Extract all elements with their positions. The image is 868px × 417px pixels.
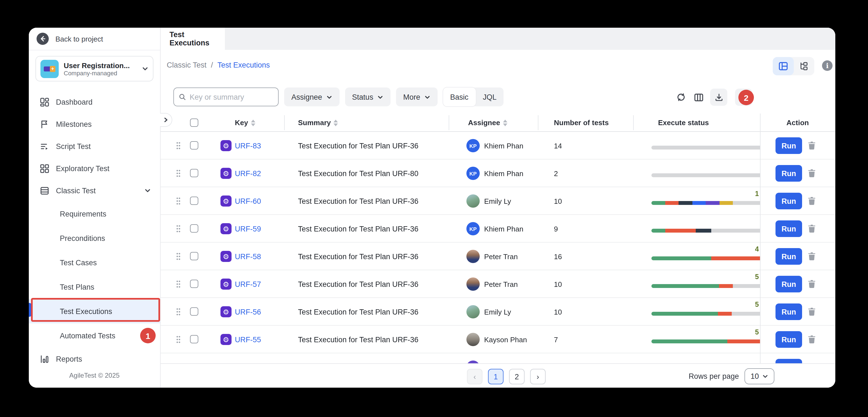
issue-key-link[interactable]: URF-56	[235, 298, 261, 326]
sidebar-item-preconditions[interactable]: Preconditions	[29, 226, 160, 250]
issue-key-link[interactable]: URF-55	[235, 326, 261, 353]
mode-basic[interactable]: Basic	[443, 88, 475, 106]
run-button[interactable]: Run	[775, 359, 802, 363]
column-header-number-of-tests[interactable]: Number of tests	[554, 114, 609, 132]
trash-icon[interactable]	[808, 141, 816, 152]
trash-icon[interactable]	[808, 307, 816, 318]
status-filter-button[interactable]: Status	[345, 88, 391, 106]
pagination-page-2[interactable]: 2	[509, 369, 525, 384]
column-header-assignee[interactable]: Assignee	[468, 114, 507, 132]
breadcrumb-current[interactable]: Test Executions	[217, 61, 270, 69]
drag-handle-icon[interactable]	[176, 169, 181, 177]
script-test-icon	[40, 141, 49, 151]
sidebar-item-automated-tests[interactable]: Automated Tests 1	[29, 323, 160, 348]
more-filter-button[interactable]: More	[396, 88, 438, 106]
issue-key-link[interactable]: URF-82	[235, 159, 261, 187]
run-button[interactable]: Run	[775, 137, 802, 154]
drag-handle-icon[interactable]	[176, 335, 181, 343]
list-view-button[interactable]	[773, 57, 794, 75]
run-button[interactable]: Run	[775, 193, 802, 209]
execute-status-count: 1	[755, 190, 759, 198]
row-checkbox[interactable]	[190, 224, 198, 233]
layout-icon	[779, 62, 788, 70]
drag-handle-icon[interactable]	[176, 225, 181, 233]
sidebar-item-milestones[interactable]: Milestones	[29, 113, 160, 135]
row-checkbox[interactable]	[190, 280, 198, 288]
select-all-checkbox[interactable]	[190, 119, 198, 127]
mode-jql[interactable]: JQL	[475, 88, 504, 106]
columns-button[interactable]	[690, 89, 707, 106]
column-header-summary[interactable]: Summary	[298, 114, 338, 132]
row-checkbox[interactable]	[190, 307, 198, 316]
trash-icon[interactable]	[808, 280, 816, 291]
number-of-tests: 10	[554, 187, 562, 215]
run-button[interactable]: Run	[775, 331, 802, 348]
sidebar-item-test-executions[interactable]: Test Executions	[29, 299, 160, 323]
info-icon[interactable]: i	[822, 60, 833, 71]
sidebar-item-reports[interactable]: Reports	[29, 348, 160, 370]
chevron-down-icon	[142, 65, 149, 72]
sort-icon	[334, 119, 338, 126]
rows-per-page-select[interactable]: 10	[744, 368, 774, 384]
drag-handle-icon[interactable]	[176, 308, 181, 316]
tree-view-button[interactable]	[794, 57, 814, 75]
issue-key-link[interactable]: URF-58	[235, 243, 261, 270]
sidebar-item-test-plans[interactable]: Test Plans	[29, 275, 160, 299]
run-button[interactable]: Run	[775, 220, 802, 237]
issue-key-link[interactable]: URF-59	[235, 215, 261, 243]
execute-status-count: 5	[755, 273, 759, 281]
execute-status-bar	[651, 256, 760, 260]
issue-key-link[interactable]: URF-83	[235, 132, 261, 159]
row-checkbox[interactable]	[190, 252, 198, 260]
drag-handle-icon[interactable]	[176, 253, 181, 260]
sidebar-item-exploratory-test[interactable]: Exploratory Test	[29, 157, 160, 180]
row-checkbox[interactable]	[190, 141, 198, 150]
assignee-filter-button[interactable]: Assignee	[284, 88, 339, 106]
table-row-partial: Run	[161, 353, 835, 363]
issue-key-link[interactable]: URF-60	[235, 187, 261, 215]
row-checkbox[interactable]	[190, 169, 198, 177]
tab-test-executions[interactable]: Test Executions	[161, 28, 225, 50]
drag-handle-icon[interactable]	[176, 197, 181, 205]
pagination-page-1[interactable]: 1	[488, 369, 503, 384]
pagination-prev-button[interactable]: ‹	[467, 369, 483, 384]
sidebar-item-script-test[interactable]: Script Test	[29, 135, 160, 157]
sidebar-item-test-cases[interactable]: Test Cases	[29, 250, 160, 275]
sidebar-menu: Dashboard Milestones Script Test Explora…	[29, 84, 160, 370]
row-checkbox[interactable]	[190, 197, 198, 205]
breadcrumb-parent[interactable]: Classic Test	[167, 61, 207, 69]
trash-icon[interactable]	[808, 169, 816, 180]
back-to-project-label: Back to project	[55, 35, 103, 43]
run-button[interactable]: Run	[775, 248, 802, 265]
refresh-button[interactable]	[673, 89, 690, 106]
trash-icon[interactable]	[808, 197, 816, 208]
search-input[interactable]	[190, 93, 273, 101]
project-selector[interactable]: + User Registration... Company-managed	[35, 56, 153, 82]
row-checkbox[interactable]	[190, 335, 198, 343]
avatar	[466, 250, 480, 263]
sidebar-item-classic-test[interactable]: Classic Test	[29, 180, 160, 201]
sidebar-item-dashboard[interactable]: Dashboard	[29, 91, 160, 113]
execute-status-count: 5	[755, 328, 759, 336]
column-header-execute-status[interactable]: Execute status	[658, 114, 709, 132]
trash-icon[interactable]	[808, 224, 816, 235]
trash-icon[interactable]	[808, 335, 816, 346]
trash-icon[interactable]	[808, 252, 816, 263]
pagination-next-button[interactable]: ›	[530, 369, 546, 384]
table-row: ⚙ URF-56 Test Execution for Test Plan UR…	[161, 298, 835, 326]
back-to-project[interactable]: Back to project	[29, 28, 160, 51]
test-executions-table: Key Summary Assignee Numbe	[161, 114, 835, 363]
run-button[interactable]: Run	[775, 276, 802, 292]
run-button[interactable]: Run	[775, 165, 802, 182]
column-header-action: Action	[760, 114, 835, 132]
run-button[interactable]: Run	[775, 303, 802, 320]
drag-handle-icon[interactable]	[176, 142, 181, 150]
export-button[interactable]	[710, 89, 727, 106]
test-execution-type-icon: ⚙	[220, 168, 231, 179]
sidebar-item-requirements[interactable]: Requirements	[29, 201, 160, 226]
drag-handle-icon[interactable]	[176, 280, 181, 288]
issue-key-link[interactable]: URF-57	[235, 270, 261, 298]
breadcrumb: Classic Test / Test Executions	[167, 61, 270, 69]
search-box	[174, 88, 279, 106]
column-header-key[interactable]: Key	[235, 114, 255, 132]
